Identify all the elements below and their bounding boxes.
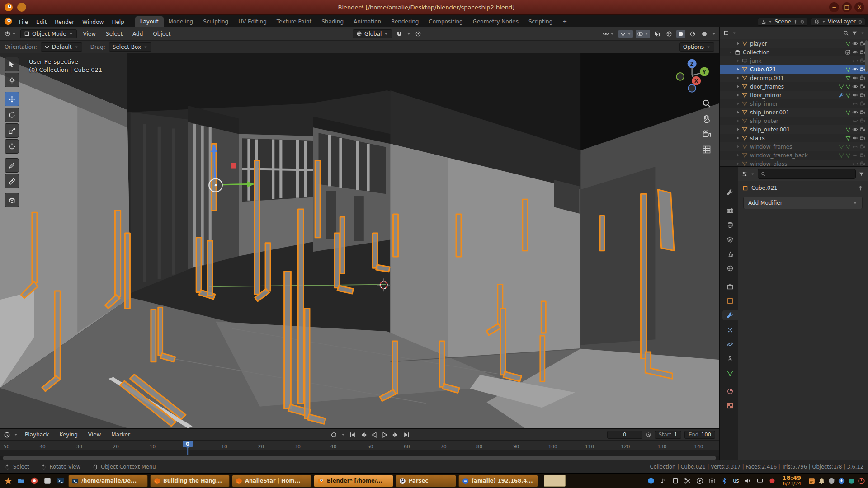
viewport-scene[interactable] xyxy=(0,53,719,428)
taskbar-window-remote[interactable]: (amalie) 192.168.4... xyxy=(458,475,538,487)
jump-to-end-button[interactable] xyxy=(403,431,410,439)
render-camera-icon[interactable] xyxy=(859,49,865,55)
timeline-editor-icon[interactable] xyxy=(4,432,10,438)
menu-view[interactable]: View xyxy=(85,430,104,440)
properties-editor-icon[interactable] xyxy=(741,171,748,177)
annotate-tool[interactable] xyxy=(5,158,19,173)
chevron-down-icon[interactable] xyxy=(341,432,345,437)
viewport-canvas[interactable]: User Perspective (0) Collection | Cube.0… xyxy=(0,53,719,428)
add-cube-tool[interactable] xyxy=(5,193,19,207)
expand-caret-icon[interactable] xyxy=(736,75,741,80)
camera-view-icon[interactable] xyxy=(702,129,712,139)
menu-file[interactable]: File xyxy=(15,17,32,27)
tab-object-data-properties[interactable] xyxy=(722,368,738,378)
show-object-types-button[interactable] xyxy=(601,30,616,38)
render-camera-icon[interactable] xyxy=(859,161,865,166)
outliner-row-ship-outer[interactable]: ship_outer xyxy=(720,117,868,125)
expand-caret-icon[interactable] xyxy=(736,84,741,89)
tray-display-icon[interactable] xyxy=(848,477,855,485)
tab-collection-properties[interactable] xyxy=(722,281,738,291)
render-camera-icon[interactable] xyxy=(859,58,865,64)
tab-texture-properties[interactable] xyxy=(722,400,738,411)
tab-scripting[interactable]: Scripting xyxy=(524,16,557,27)
frame-end-field[interactable]: End100 xyxy=(684,431,715,439)
render-camera-icon[interactable] xyxy=(859,118,865,124)
tab-modifier-properties[interactable] xyxy=(722,310,738,320)
search-icon[interactable] xyxy=(843,30,849,36)
expand-caret-icon[interactable] xyxy=(736,101,741,106)
tray-notes-icon[interactable] xyxy=(808,477,816,485)
outliner-row-player[interactable]: player xyxy=(720,39,868,48)
new-viewlayer-icon[interactable] xyxy=(858,19,863,24)
axis-neg-z-handle[interactable] xyxy=(688,84,696,92)
chevron-down-icon[interactable] xyxy=(750,172,755,176)
measure-tool[interactable] xyxy=(5,174,19,188)
menu-marker[interactable]: Marker xyxy=(108,430,133,440)
play-button[interactable] xyxy=(381,431,389,439)
render-camera-icon[interactable] xyxy=(859,127,865,132)
outliner-row-stairs[interactable]: stairs xyxy=(720,134,868,142)
cursor-tool[interactable] xyxy=(5,73,19,87)
pin-icon[interactable] xyxy=(793,19,798,24)
outliner-scrollbar[interactable] xyxy=(865,40,868,72)
visibility-eye-icon[interactable] xyxy=(852,66,858,72)
scene-selector[interactable]: Scene xyxy=(758,18,807,26)
visibility-eye-closed-icon[interactable] xyxy=(852,118,858,124)
tray-clipboard-icon[interactable] xyxy=(672,477,679,484)
tab-rendering[interactable]: Rendering xyxy=(386,16,424,27)
tab-uv-editing[interactable]: UV Editing xyxy=(233,16,272,27)
rotate-tool[interactable] xyxy=(5,108,19,122)
tab-sculpting[interactable]: Sculpting xyxy=(198,16,233,27)
transform-orientation-selector[interactable]: Global xyxy=(353,29,392,38)
blender-app-icon[interactable] xyxy=(4,2,14,12)
tray-network-icon[interactable] xyxy=(756,477,764,484)
clock-widget[interactable]: 18:49 6/23/24 xyxy=(783,475,801,486)
visibility-eye-icon[interactable] xyxy=(852,109,858,115)
visibility-eye-closed-icon[interactable] xyxy=(852,58,858,64)
visibility-eye-icon[interactable] xyxy=(852,135,858,141)
expand-caret-icon[interactable] xyxy=(736,118,741,123)
new-scene-icon[interactable] xyxy=(800,19,805,24)
tab-scene-properties[interactable] xyxy=(722,249,738,259)
next-keyframe-button[interactable] xyxy=(392,431,400,439)
timeline-tracks[interactable] xyxy=(0,450,719,456)
menu-help[interactable]: Help xyxy=(108,17,127,27)
tab-viewlayer-properties[interactable] xyxy=(722,234,738,244)
taskbar-window-parsec[interactable]: Parsec xyxy=(396,475,456,487)
expand-caret-icon[interactable] xyxy=(736,93,741,98)
menu-window[interactable]: Window xyxy=(79,17,107,27)
menu-playback[interactable]: Playback xyxy=(21,430,53,440)
tab-output-properties[interactable] xyxy=(722,220,738,230)
snap-options-chevron-icon[interactable] xyxy=(406,32,411,36)
xray-toggle-button[interactable] xyxy=(653,30,662,38)
shading-material-button[interactable] xyxy=(688,30,697,38)
shading-solid-button[interactable] xyxy=(676,30,685,38)
jump-to-start-button[interactable] xyxy=(349,431,356,439)
move-tool[interactable] xyxy=(5,92,19,106)
menu-object[interactable]: Object xyxy=(149,29,174,39)
tray-notification-icon[interactable] xyxy=(818,477,826,485)
tab-layout[interactable]: Layout xyxy=(135,16,164,27)
tab-animation[interactable]: Animation xyxy=(349,16,386,27)
visibility-eye-icon[interactable] xyxy=(852,75,858,81)
keyboard-layout-label[interactable]: us xyxy=(733,478,739,484)
tab-modeling[interactable]: Modeling xyxy=(164,16,198,27)
file-manager-launcher[interactable] xyxy=(16,475,27,486)
tray-bluetooth-icon[interactable] xyxy=(721,477,728,484)
pan-hand-icon[interactable] xyxy=(702,114,712,124)
viewlayer-selector[interactable]: ViewLayer xyxy=(811,18,865,26)
outliner-row-collection[interactable]: Collection xyxy=(720,48,868,56)
tray-update-icon[interactable] xyxy=(838,477,845,485)
tab-object-properties[interactable] xyxy=(722,296,738,306)
tray-power-icon[interactable] xyxy=(858,477,865,485)
add-workspace-button[interactable]: + xyxy=(557,16,572,27)
outliner-row-cube-021[interactable]: Cube.021 xyxy=(720,65,868,74)
app-menu-button[interactable] xyxy=(3,475,14,486)
outliner-row-window-frames[interactable]: window_frames xyxy=(720,142,868,151)
outliner-row-junk[interactable]: junk xyxy=(720,56,868,65)
expand-caret-icon[interactable] xyxy=(736,110,741,115)
outliner-row-decomp-001[interactable]: decomp.001 xyxy=(720,74,868,82)
render-camera-icon[interactable] xyxy=(859,144,865,150)
render-camera-icon[interactable] xyxy=(859,84,865,89)
expand-caret-icon[interactable] xyxy=(736,161,741,166)
